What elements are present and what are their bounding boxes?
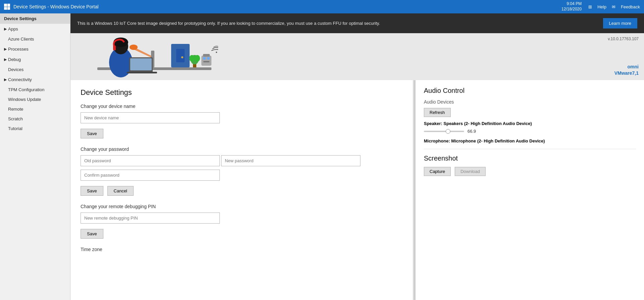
cancel-password-button[interactable]: Cancel	[107, 186, 134, 196]
help-icon: ⊞	[588, 4, 592, 9]
svg-point-21	[207, 57, 210, 60]
remote-label: Remote	[8, 107, 23, 112]
device-settings-heading: Device Settings	[81, 88, 403, 97]
topbar: Device Settings - Windows Device Portal …	[0, 0, 644, 13]
svg-rect-9	[127, 72, 157, 73]
screenshot-section: Screenshot Capture Download	[424, 149, 636, 176]
sidebar-item-tutorial[interactable]: Tutorial	[0, 124, 70, 133]
download-button[interactable]: Download	[455, 167, 486, 176]
svg-point-16	[189, 55, 195, 62]
pin-input[interactable]	[81, 213, 220, 224]
azure-clients-label: Azure Clients	[8, 37, 34, 42]
device-model: VMware7,1	[614, 70, 639, 77]
device-name-section: Change your device name Save	[81, 104, 403, 138]
device-info: omni VMware7,1	[614, 64, 639, 77]
new-password-input[interactable]	[221, 155, 360, 166]
svg-point-23	[216, 52, 217, 53]
volume-slider-track	[424, 131, 464, 132]
audio-control-heading: Audio Control	[424, 87, 636, 95]
debug-arrow-icon: ▶	[4, 57, 7, 62]
connectivity-arrow-icon: ▶	[4, 77, 7, 82]
time-zone-section: Time zone	[81, 247, 403, 252]
sidebar-item-devices[interactable]: Devices	[0, 65, 70, 74]
audio-devices-label: Audio Devices	[424, 99, 636, 105]
windows-update-label: Windows Update	[8, 97, 41, 102]
refresh-button[interactable]: Refresh	[424, 108, 451, 117]
password-section-title: Change your password	[81, 146, 403, 152]
banner: This is a Windows 10 IoT Core test image…	[70, 13, 644, 33]
hero-section: v.10.0.17763.107 omni VMware7,1	[70, 33, 644, 80]
volume-value: 66.9	[467, 129, 476, 134]
help-link[interactable]: Help	[597, 4, 606, 9]
page-title: Device Settings - Windows Device Portal	[13, 4, 561, 9]
speaker-label: Speaker: Speakers (2- High Definition Au…	[424, 121, 636, 126]
tutorial-label: Tutorial	[8, 126, 22, 131]
pin-section-title: Change your remote debugging PIN	[81, 204, 403, 209]
svg-rect-8	[130, 58, 152, 70]
capture-button[interactable]: Capture	[424, 167, 451, 176]
svg-point-6	[130, 45, 138, 50]
sidebar-item-device-settings[interactable]: Device Settings	[0, 13, 70, 24]
volume-slider-thumb[interactable]	[446, 129, 450, 134]
svg-point-17	[195, 55, 200, 62]
sidebar-item-connectivity[interactable]: ▶ Connectivity	[0, 74, 70, 85]
banner-message: This is a Windows 10 IoT Core test image…	[77, 21, 380, 26]
svg-rect-10	[113, 46, 116, 50]
learn-more-button[interactable]: Learn more	[603, 18, 637, 28]
audio-control-section: Audio Control Audio Devices Refresh Spea…	[424, 87, 636, 143]
sidebar-item-scratch[interactable]: Scratch	[0, 114, 70, 124]
processes-arrow-icon: ▶	[4, 47, 7, 51]
datetime-display: 9:04 PM 12/18/2020	[561, 1, 582, 12]
screenshot-heading: Screenshot	[424, 155, 636, 162]
old-password-input[interactable]	[81, 155, 220, 166]
svg-rect-12	[176, 49, 185, 62]
sidebar-item-remote[interactable]: Remote	[0, 104, 70, 114]
device-name-input[interactable]	[81, 112, 220, 123]
time-zone-section-title: Time zone	[81, 247, 403, 252]
device-name-section-title: Change your device name	[81, 104, 403, 109]
sidebar-item-windows-update[interactable]: Windows Update	[0, 95, 70, 104]
save-device-name-button[interactable]: Save	[81, 129, 103, 138]
svg-rect-18	[201, 56, 211, 66]
sidebar-item-apps[interactable]: ▶ Apps	[0, 24, 70, 34]
sidebar-item-azure-clients[interactable]: Azure Clients	[0, 34, 70, 44]
svg-point-13	[181, 56, 183, 58]
sidebar: Device Settings ▶ Apps Azure Clients ▶ P…	[0, 13, 70, 300]
save-pin-button[interactable]: Save	[81, 229, 103, 239]
tpm-label: TPM Configuration	[8, 87, 44, 92]
panel-divider	[413, 80, 416, 300]
feedback-icon: ✉	[612, 4, 615, 9]
version-text: v.10.0.17763.107	[608, 37, 639, 41]
right-panel: Audio Control Audio Devices Refresh Spea…	[416, 80, 644, 300]
save-password-button[interactable]: Save	[81, 186, 103, 196]
svg-rect-22	[203, 61, 209, 62]
windows-logo	[4, 4, 10, 10]
sidebar-apps-label: Apps	[8, 26, 18, 32]
pin-section: Change your remote debugging PIN Save	[81, 204, 403, 239]
sidebar-item-processes[interactable]: ▶ Processes	[0, 44, 70, 54]
sidebar-item-tpm[interactable]: TPM Configuration	[0, 85, 70, 95]
sidebar-debug-label: Debug	[8, 57, 21, 62]
confirm-password-input[interactable]	[81, 170, 220, 181]
hero-illustration	[77, 33, 218, 80]
feedback-link[interactable]: Feedback	[621, 4, 640, 9]
password-section: Change your password Save Cancel	[81, 146, 403, 196]
devices-label: Devices	[8, 67, 23, 72]
sidebar-processes-label: Processes	[8, 47, 29, 52]
apps-arrow-icon: ▶	[4, 27, 7, 31]
scratch-label: Scratch	[8, 116, 23, 121]
device-name: omni	[614, 64, 639, 70]
svg-rect-19	[203, 54, 210, 57]
sidebar-connectivity-label: Connectivity	[8, 77, 32, 82]
volume-slider-row: 66.9	[424, 129, 636, 134]
microphone-label: Microphone: Microphone (2- High Definiti…	[424, 138, 636, 143]
device-settings-panel: Device Settings Change your device name …	[70, 80, 413, 300]
sidebar-item-debug[interactable]: ▶ Debug	[0, 54, 70, 65]
svg-point-20	[203, 57, 206, 60]
